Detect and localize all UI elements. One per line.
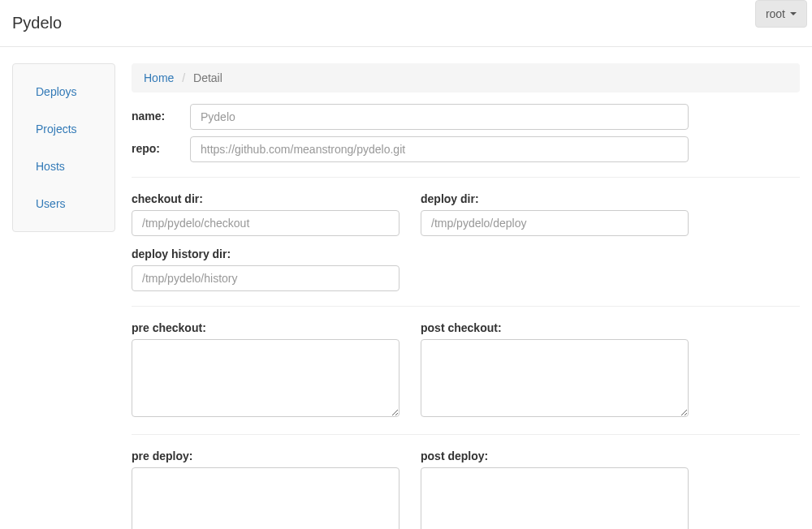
sidebar-item-users[interactable]: Users	[13, 191, 114, 217]
user-name: root	[766, 7, 785, 20]
chevron-down-icon	[790, 12, 797, 15]
user-dropdown[interactable]: root	[755, 0, 807, 28]
sidebar-item-projects[interactable]: Projects	[13, 116, 114, 142]
breadcrumb: Home / Detail	[132, 63, 800, 92]
divider	[132, 306, 800, 307]
deploy-dir-label: deploy dir:	[421, 192, 689, 205]
breadcrumb-separator: /	[177, 71, 190, 84]
pre-deploy-label: pre deploy:	[132, 449, 400, 462]
breadcrumb-home[interactable]: Home	[144, 71, 174, 84]
post-deploy-input[interactable]	[421, 467, 689, 529]
checkout-dir-input[interactable]	[132, 210, 400, 236]
pre-deploy-input[interactable]	[132, 467, 400, 529]
repo-label: repo:	[132, 136, 190, 155]
sidebar-item-hosts[interactable]: Hosts	[13, 153, 114, 179]
post-deploy-label: post deploy:	[421, 449, 689, 462]
sidebar-item-deploys[interactable]: Deploys	[13, 79, 114, 105]
navbar: Pydelo	[0, 0, 812, 47]
container: Deploys Projects Hosts Users Home / Deta…	[0, 47, 812, 529]
deploy-history-dir-label: deploy history dir:	[132, 247, 400, 260]
sidebar: Deploys Projects Hosts Users	[12, 63, 115, 232]
divider	[132, 434, 800, 435]
pre-checkout-label: pre checkout:	[132, 321, 400, 334]
name-label: name:	[132, 104, 190, 123]
divider	[132, 177, 800, 178]
breadcrumb-current: Detail	[193, 71, 222, 84]
repo-input[interactable]	[190, 136, 689, 162]
name-input[interactable]	[190, 104, 689, 130]
deploy-history-dir-input[interactable]	[132, 265, 400, 291]
post-checkout-label: post checkout:	[421, 321, 689, 334]
brand: Pydelo	[12, 14, 62, 32]
post-checkout-input[interactable]	[421, 339, 689, 417]
checkout-dir-label: checkout dir:	[132, 192, 400, 205]
main-content: Home / Detail name: repo: checkout dir:	[132, 63, 800, 529]
deploy-dir-input[interactable]	[421, 210, 689, 236]
pre-checkout-input[interactable]	[132, 339, 400, 417]
